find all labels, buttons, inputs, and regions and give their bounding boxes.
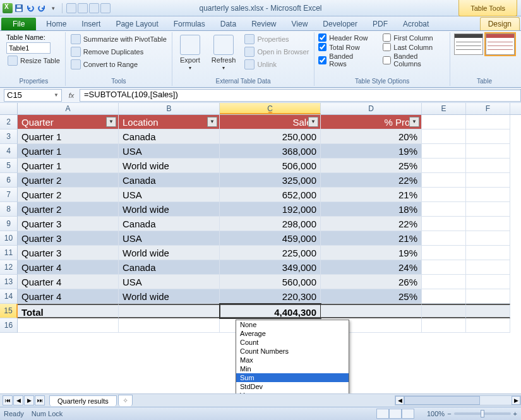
file-tab[interactable]: File [1,18,36,30]
table-name-input[interactable] [6,42,51,54]
cell[interactable]: 26% [321,275,422,289]
cell[interactable]: 19% [321,246,422,260]
qat-more-icon[interactable]: ▾ [48,3,58,13]
qat-custom-3-icon[interactable] [89,3,99,13]
summarize-pivot-button[interactable]: Summarize with PivotTable [69,33,168,45]
cell[interactable]: Quarter 2 [18,202,119,217]
cell[interactable]: 506,000 [220,159,321,173]
view-page-break-button[interactable] [402,409,414,419]
cell[interactable]: Total [18,304,119,318]
row-header[interactable]: 14 [0,289,18,304]
tab-design[interactable]: Design [480,17,520,30]
cell[interactable] [119,318,220,333]
filter-button[interactable]: ▼ [409,117,419,127]
table-header-cell[interactable]: % Profit▼ [321,115,422,129]
cell[interactable]: 192,000 [220,202,321,217]
cell[interactable] [422,173,466,188]
qat-custom-1-icon[interactable] [66,3,76,13]
cell[interactable] [18,318,119,333]
horizontal-scrollbar[interactable]: ◀▶ [395,395,521,405]
col-header-c[interactable]: C [220,103,321,114]
cell[interactable]: World wide [119,289,220,304]
tab-view[interactable]: View [284,18,316,30]
cell[interactable]: Quarter 4 [18,289,119,304]
sheet-nav-next[interactable]: ▶ [24,395,34,405]
cell[interactable]: World wide [119,246,220,260]
cell[interactable]: 220,300 [220,289,321,304]
first-column-checkbox[interactable]: First Column [383,33,446,42]
cell[interactable] [422,318,466,333]
cell[interactable]: Canada [119,217,220,231]
row-header[interactable]: 9 [0,217,18,231]
banded-rows-checkbox[interactable]: Banded Rows [318,52,371,68]
cell[interactable] [422,289,466,304]
row-header[interactable]: 5 [0,159,18,173]
col-header-e[interactable]: E [422,103,466,114]
cell[interactable] [466,304,510,318]
save-icon[interactable] [14,3,24,13]
cell[interactable]: 20% [321,129,422,144]
cell[interactable] [422,159,466,173]
row-header[interactable]: 16 [0,318,18,333]
sheet-nav-prev[interactable]: ◀ [13,395,23,405]
cell[interactable] [321,304,422,318]
header-row-checkbox[interactable]: Header Row [318,33,371,42]
cell[interactable]: Quarter 3 [18,246,119,260]
row-header[interactable]: 3 [0,129,18,144]
table-style-2[interactable] [486,33,515,55]
sheet-nav-first[interactable]: ⏮ [3,395,13,405]
cell[interactable] [466,144,510,159]
cell[interactable] [422,188,466,202]
tab-data[interactable]: Data [213,18,244,30]
filter-button[interactable]: ▼ [207,117,217,127]
redo-icon[interactable] [37,3,47,13]
tab-review[interactable]: Review [244,18,284,30]
cell[interactable] [466,202,510,217]
cell[interactable]: Quarter 4 [18,275,119,289]
cell[interactable]: Canada [119,260,220,275]
export-button[interactable]: Export▾ [176,33,204,72]
resize-table-button[interactable]: Resize Table [6,55,61,66]
col-header-a[interactable]: A [18,103,119,114]
dropdown-option[interactable]: Count Numbers [236,347,349,356]
cell[interactable]: 325,000 [220,173,321,188]
total-row-checkbox[interactable]: Total Row [318,43,371,51]
row-header[interactable]: 12 [0,260,18,275]
filter-button[interactable]: ▼ [308,117,318,127]
convert-range-button[interactable]: Convert to Range [69,59,168,70]
cell[interactable] [466,173,510,188]
cell[interactable]: 21% [321,231,422,246]
cell[interactable]: Quarter 2 [18,173,119,188]
cell[interactable]: 22% [321,217,422,231]
sheet-tab-active[interactable]: Quarterly results [49,395,117,406]
cell[interactable]: 24% [321,260,422,275]
cell[interactable]: 21% [321,188,422,202]
cell[interactable]: 652,000 [220,188,321,202]
row-header[interactable]: 11 [0,246,18,260]
dropdown-option[interactable]: Count [236,338,349,347]
name-box-dropdown-icon[interactable]: ▼ [54,92,59,98]
cell[interactable] [422,246,466,260]
cell[interactable] [466,318,510,333]
tab-pdf[interactable]: PDF [365,18,395,30]
cell[interactable]: Quarter 3 [18,231,119,246]
cell[interactable]: 349,000 [220,260,321,275]
cell[interactable] [422,275,466,289]
row-header[interactable]: 4 [0,144,18,159]
remove-duplicates-button[interactable]: Remove Duplicates [69,46,168,57]
cell[interactable] [466,217,510,231]
dropdown-option[interactable]: Var [236,391,349,393]
dropdown-option[interactable]: Sum [236,373,349,382]
cell[interactable] [422,231,466,246]
last-column-checkbox[interactable]: Last Column [383,43,446,51]
row-header[interactable]: 6 [0,173,18,188]
cell[interactable] [466,246,510,260]
tab-developer[interactable]: Developer [315,18,365,30]
cell[interactable]: Quarter 1 [18,144,119,159]
dropdown-option[interactable]: Average [236,329,349,338]
cell[interactable]: 19% [321,144,422,159]
tab-insert[interactable]: Insert [74,18,108,30]
tab-formulas[interactable]: Formulas [166,18,213,30]
fx-button[interactable]: fx [66,90,77,101]
qat-custom-4-icon[interactable] [100,3,111,13]
